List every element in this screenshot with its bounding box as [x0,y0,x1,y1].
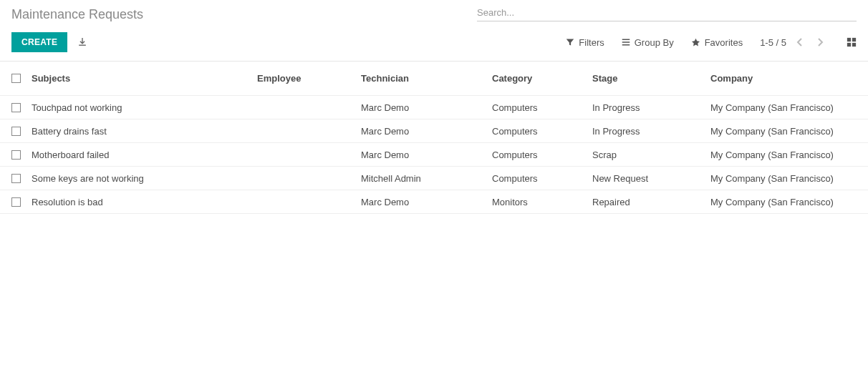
col-header-stage[interactable]: Stage [592,73,710,84]
list-icon [622,38,630,46]
favorites-label: Favorites [705,37,743,48]
cell-subject: Some keys are not working [32,173,257,184]
svg-rect-5 [852,38,856,41]
row-checkbox[interactable] [11,127,21,136]
cell-stage: Scrap [592,150,710,160]
svg-rect-7 [852,43,856,46]
table-row[interactable]: Battery drains fastMarc DemoComputersIn … [0,119,868,143]
search-input[interactable] [477,6,857,19]
svg-rect-4 [847,38,851,41]
col-header-category[interactable]: Category [492,73,592,84]
row-checkbox[interactable] [11,197,21,207]
chevron-right-icon [816,37,824,47]
table-row[interactable]: Resolution is badMarc DemoMonitorsRepair… [0,190,868,214]
cell-technician: Marc Demo [361,126,492,137]
pager-prev-button[interactable] [794,36,806,49]
cell-category: Computers [492,150,592,160]
groupby-button[interactable]: Group By [622,37,674,48]
filters-label: Filters [579,37,604,48]
cell-stage: Repaired [592,197,710,207]
cell-technician: Marc Demo [361,102,492,113]
row-checkbox[interactable] [11,103,21,112]
requests-table: Subjects Employee Technician Category St… [0,62,868,214]
download-icon [77,37,87,47]
download-button[interactable] [77,37,87,47]
svg-rect-6 [847,43,851,46]
svg-rect-1 [622,39,630,41]
cell-category: Monitors [492,197,592,207]
cell-company: My Company (San Francisco) [710,150,857,160]
table-row[interactable]: Touchpad not workingMarc DemoComputersIn… [0,96,868,119]
svg-rect-3 [622,44,630,46]
chevron-left-icon [796,37,804,47]
cell-category: Computers [492,126,592,137]
table-header: Subjects Employee Technician Category St… [0,62,868,96]
create-button[interactable]: CREATE [11,32,67,52]
cell-category: Computers [492,173,592,184]
cell-stage: In Progress [592,126,710,137]
cell-company: My Company (San Francisco) [710,197,857,207]
filters-button[interactable]: Filters [566,37,604,48]
col-header-employee[interactable]: Employee [257,73,361,84]
col-header-technician[interactable]: Technician [361,73,492,84]
kanban-view-button[interactable] [847,37,857,47]
cell-technician: Marc Demo [361,150,492,160]
cell-technician: Marc Demo [361,197,492,207]
select-all-checkbox[interactable] [11,74,21,83]
pager-text: 1-5 / 5 [760,37,786,48]
kanban-icon [847,37,857,47]
groupby-label: Group By [635,37,674,48]
cell-company: My Company (San Francisco) [710,173,857,184]
cell-company: My Company (San Francisco) [710,126,857,137]
cell-subject: Motherboard failed [32,150,257,160]
pager-next-button[interactable] [814,36,826,49]
star-icon [691,38,700,47]
funnel-icon [566,38,574,46]
row-checkbox[interactable] [11,174,21,183]
cell-subject: Resolution is bad [32,197,257,207]
cell-company: My Company (San Francisco) [710,102,857,113]
col-header-subjects[interactable]: Subjects [32,73,257,84]
cell-subject: Battery drains fast [32,126,257,137]
page-title: Maintenance Requests [11,6,143,22]
col-header-company[interactable]: Company [710,73,857,84]
cell-category: Computers [492,102,592,113]
cell-stage: New Request [592,173,710,184]
cell-subject: Touchpad not working [32,102,257,113]
svg-rect-0 [79,45,86,46]
search-container [477,6,857,21]
table-row[interactable]: Some keys are not workingMitchell AdminC… [0,167,868,190]
row-checkbox[interactable] [11,150,21,160]
favorites-button[interactable]: Favorites [691,37,743,48]
table-row[interactable]: Motherboard failedMarc DemoComputersScra… [0,143,868,167]
cell-stage: In Progress [592,102,710,113]
svg-rect-2 [622,41,630,43]
cell-technician: Mitchell Admin [361,173,492,184]
